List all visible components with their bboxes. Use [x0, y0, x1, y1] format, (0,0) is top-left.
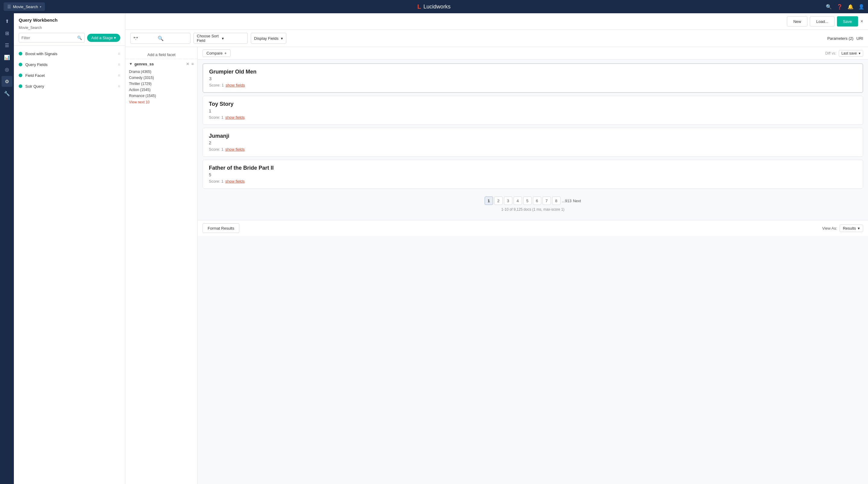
sort-field-select[interactable]: Choose Sort Field ▾ [193, 33, 248, 44]
qw-title: Query Workbench [19, 18, 120, 23]
score-label: Score: 1 [209, 115, 223, 120]
result-title: Jumanji [209, 133, 857, 139]
stage-drag-handle[interactable]: ≡ [118, 84, 120, 89]
page-button-2[interactable]: 2 [494, 196, 503, 205]
facet-item-thriller[interactable]: Thriller (1729) [129, 81, 194, 87]
workbench-header: New Load... Save × [125, 13, 868, 30]
load-button[interactable]: Load... [810, 16, 835, 27]
query-bar: 🔍 Choose Sort Field ▾ Display Fields ▾ P… [125, 30, 868, 47]
stage-drag-handle[interactable]: ≡ [118, 73, 120, 78]
score-label: Score: 1 [209, 147, 223, 152]
add-field-facet-link[interactable]: Add a field facet [125, 51, 197, 59]
parameters-link[interactable]: Parameters (2) [827, 36, 854, 41]
stage-active-indicator [19, 52, 22, 56]
show-fields-link[interactable]: show fields [225, 147, 244, 152]
facet-title: genres_ss [134, 62, 184, 66]
compare-plus-icon: + [224, 51, 227, 56]
facet-close-icon[interactable]: ✕ [186, 61, 190, 66]
stage-item-boost-with-signals[interactable]: Boost with Signals ≡ [14, 48, 125, 59]
page-button-3[interactable]: 3 [504, 196, 513, 205]
page-button-5[interactable]: 5 [523, 196, 532, 205]
facet-sidebar: Add a field facet ▼ genres_ss ✕ ≡ Drama … [125, 47, 198, 484]
result-id: 3 [209, 76, 857, 81]
facet-item-action[interactable]: Action (1545) [129, 87, 194, 93]
diff-vs-label: Diff vs: [825, 51, 836, 56]
page-button-next[interactable]: Next [572, 196, 581, 205]
app-tab-label: Movie_Search [13, 4, 38, 9]
stage-item-field-facet[interactable]: Field Facet ≡ [14, 70, 125, 81]
result-title: Toy Story [209, 101, 857, 107]
page-button-7[interactable]: 7 [542, 196, 551, 205]
result-title: Grumpier Old Men [209, 69, 857, 75]
query-input[interactable] [133, 36, 158, 41]
facet-item-comedy[interactable]: Comedy (3315) [129, 75, 194, 81]
add-stage-button[interactable]: Add a Stage ▾ [87, 34, 120, 42]
diff-vs-select[interactable]: Last save ▾ [839, 50, 863, 57]
page-button-4[interactable]: 4 [514, 196, 522, 205]
pagination-row: 1 2 3 4 5 6 7 8 ...913 Next [485, 196, 581, 205]
diff-vs-option: Last save [841, 51, 857, 56]
page-button-ellipsis: ...913 [562, 196, 572, 205]
show-fields-link[interactable]: show fields [225, 115, 244, 120]
notification-icon[interactable]: 🔔 [847, 4, 854, 10]
stage-name: Query Fields [25, 62, 115, 67]
new-button[interactable]: New [787, 16, 807, 27]
search-icon[interactable]: 🔍 [826, 4, 832, 10]
save-button[interactable]: Save [837, 16, 858, 27]
show-fields-link[interactable]: show fields [225, 179, 244, 184]
qw-header: Query Workbench Movie_Search 🔍 Add a Sta… [14, 13, 125, 46]
nav-left: ☰ Movie_Search ▾ [4, 2, 70, 11]
view-as-dropdown-icon: ▾ [858, 226, 860, 231]
query-search-button[interactable]: 🔍 [158, 36, 164, 41]
stage-drag-handle[interactable]: ≡ [118, 62, 120, 67]
pagination: 1 2 3 4 5 6 7 8 ...913 Next 1-10 of 9,12… [203, 192, 863, 216]
view-as-section: View As: Results ▾ [822, 224, 863, 232]
stage-item-query-fields[interactable]: Query Fields ≡ [14, 59, 125, 70]
compare-button[interactable]: Compare + [203, 50, 230, 57]
display-fields-button[interactable]: Display Fields ▾ [251, 33, 286, 44]
score-label: Score: 1 [209, 83, 224, 87]
filter-input[interactable] [22, 36, 75, 40]
view-as-option: Results [843, 226, 856, 231]
format-results-button[interactable]: Format Results [203, 223, 239, 233]
nav-right: 🔍 ❓ 🔔 👤 [826, 4, 864, 10]
qw-toolbar: 🔍 Add a Stage ▾ [19, 33, 120, 42]
results-main: Compare + Diff vs: Last save ▾ Grum [198, 47, 868, 484]
diff-dropdown-icon: ▾ [859, 51, 861, 56]
stage-list: Boost with Signals ≡ Query Fields ≡ Fiel… [14, 46, 125, 484]
facet-menu-icon[interactable]: ≡ [191, 61, 194, 66]
results-area: Add a field facet ▼ genres_ss ✕ ≡ Drama … [125, 47, 868, 484]
page-button-8[interactable]: 8 [552, 196, 561, 205]
filter-input-wrap[interactable]: 🔍 [19, 33, 85, 42]
result-card-jumanji: Jumanji 2 Score: 1 show fields [203, 128, 863, 157]
display-fields-label: Display Fields [254, 36, 278, 41]
stage-item-solr-query[interactable]: Solr Query ≡ [14, 81, 125, 92]
stage-name: Field Facet [25, 73, 115, 78]
page-button-1[interactable]: 1 [485, 196, 493, 205]
show-fields-link[interactable]: show fields [225, 83, 245, 87]
result-id: 2 [209, 141, 857, 145]
stage-name: Boost with Signals [25, 52, 115, 56]
page-button-6[interactable]: 6 [533, 196, 541, 205]
app-tab[interactable]: ☰ Movie_Search ▾ [4, 2, 45, 11]
user-icon[interactable]: 👤 [858, 4, 864, 10]
compare-label: Compare [207, 51, 222, 56]
display-fields-dropdown-icon: ▾ [281, 36, 283, 41]
view-more-facets-link[interactable]: View next 10 [129, 100, 150, 104]
view-as-select[interactable]: Results ▾ [840, 224, 863, 232]
result-cards-wrapper: Grumpier Old Men 3 Score: 1 show fields … [198, 60, 868, 220]
score-label: Score: 1 [209, 179, 223, 184]
facet-item-drama[interactable]: Drama (4365) [129, 69, 194, 75]
stage-name: Solr Query [25, 84, 115, 89]
stage-drag-handle[interactable]: ≡ [118, 51, 120, 56]
nav-center: L Lucidworks [417, 3, 451, 10]
query-input-wrap[interactable]: 🔍 [130, 33, 190, 44]
facet-item-romance[interactable]: Romance (1545) [129, 93, 194, 99]
close-icon[interactable]: × [861, 19, 863, 24]
view-as-label: View As: [822, 226, 837, 231]
facet-collapse-icon[interactable]: ▼ [129, 62, 133, 66]
logo-icon: L [417, 3, 421, 10]
help-icon[interactable]: ❓ [837, 4, 843, 10]
uri-link[interactable]: URI [857, 36, 863, 41]
content-area: New Load... Save × 🔍 Choose Sort Field ▾… [125, 13, 868, 484]
